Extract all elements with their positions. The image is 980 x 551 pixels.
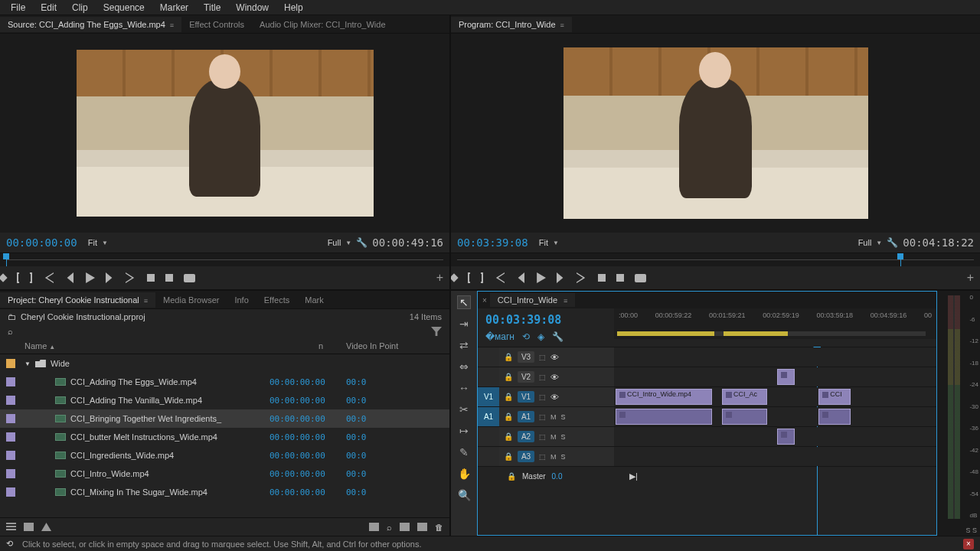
lane-a1[interactable] [614,407,936,426]
clip-row[interactable]: CCI_Adding The Eggs_Wide.mp400:00:00:000… [0,373,449,391]
mark-out-icon[interactable] [481,272,483,283]
timeline-clip[interactable] [722,409,767,425]
play-icon[interactable] [535,272,546,283]
mute-icon[interactable]: M [550,433,557,441]
search-icon[interactable]: ⌕ [8,327,13,336]
lock-icon[interactable]: 🔒 [504,452,513,461]
find-icon[interactable]: ⌕ [387,523,392,532]
lane-v1[interactable]: CCI_Intro_Wide.mp4 CCI_Ac CCI [614,387,936,406]
sync-lock-icon[interactable]: ⬚ [539,393,546,401]
lock-icon[interactable]: 🔒 [504,393,513,401]
razor-tool[interactable]: ✂ [457,403,471,416]
sync-lock-icon[interactable]: ⬚ [539,433,546,441]
export-frame-icon[interactable] [184,274,195,282]
tab-source[interactable]: Source: CCI_Adding The Eggs_Wide.mp4≡ [0,17,181,32]
label-chip[interactable] [6,414,15,423]
mute-icon[interactable]: M [550,453,557,461]
step-forward-icon[interactable] [557,272,566,283]
rolling-edit-tool[interactable]: ⇔ [457,360,471,373]
label-chip[interactable] [6,377,15,386]
overwrite-icon[interactable] [165,274,173,282]
freeform-view-icon[interactable] [41,523,51,531]
program-resolution[interactable]: Full [858,238,872,247]
zoom-tool[interactable]: 🔍 [457,488,471,502]
list-view-icon[interactable] [6,523,16,531]
new-bin-icon[interactable] [400,523,410,531]
column-headers[interactable]: Name▲ n Video In Point [0,338,449,354]
new-item-icon[interactable] [417,523,427,531]
tab-media-browser[interactable]: Media Browser [155,292,227,308]
button-editor-icon[interactable]: + [967,271,974,285]
pen-tool[interactable]: ✎ [457,445,471,459]
dropdown-icon[interactable]: ▼ [102,240,108,246]
timeline-clip[interactable]: CCI_Ac [722,389,767,405]
toggle-visibility-icon[interactable]: 👁 [550,353,559,362]
mark-out-icon[interactable] [30,272,32,283]
label-chip[interactable] [6,359,15,368]
sort-asc-icon[interactable]: ▲ [49,344,55,350]
rate-stretch-tool[interactable]: ↔ [457,381,471,395]
source-resolution[interactable]: Full [328,238,341,247]
menu-clip[interactable]: Clip [64,1,96,15]
lock-icon[interactable]: 🔒 [504,412,513,421]
ripple-edit-tool[interactable]: ⇄ [457,338,471,352]
clip-row[interactable]: CCI_butter Melt Instructions_Wide.mp400:… [0,428,449,446]
trash-icon[interactable]: 🗑 [435,523,443,532]
sync-lock-icon[interactable]: ⬚ [539,354,546,361]
go-to-end-icon[interactable]: ▶| [629,471,638,481]
solo-icon[interactable]: S [561,413,566,421]
program-monitor-viewport[interactable] [451,34,980,233]
lift-icon[interactable] [598,274,606,282]
timeline-clip[interactable] [818,409,851,425]
linked-selection-icon[interactable]: ⟲ [522,331,530,342]
add-marker-icon[interactable]: ◈ [537,331,544,342]
settings-icon[interactable]: 🔧 [887,237,898,248]
go-to-in-icon[interactable] [494,272,505,283]
tab-project[interactable]: Project: Cheryl Cookie Instructional≡ [0,292,155,308]
solo-icon[interactable]: S [561,433,566,441]
bin-row[interactable]: ▼Wide [0,354,449,373]
solo-icon[interactable]: S [561,453,566,461]
step-forward-icon[interactable] [106,272,115,283]
close-tab-icon[interactable]: × [482,296,487,305]
dropdown-icon[interactable]: ▼ [876,240,882,246]
dropdown-icon[interactable]: ▼ [553,240,559,246]
menu-sequence[interactable]: Sequence [96,1,152,15]
tab-effects[interactable]: Effects [256,292,297,308]
panel-menu-icon[interactable]: ≡ [560,21,564,29]
slip-tool[interactable]: ↦ [457,424,471,438]
lock-icon[interactable]: 🔒 [507,472,516,481]
timeline-clip[interactable] [777,369,795,385]
menu-title[interactable]: Title [196,1,228,15]
toggle-visibility-icon[interactable]: 👁 [550,393,559,402]
play-icon[interactable] [84,272,95,283]
menu-marker[interactable]: Marker [152,1,196,15]
add-marker-icon[interactable] [0,273,8,282]
dropdown-icon[interactable]: ▼ [345,240,351,246]
timeline-clip[interactable] [616,409,712,425]
tab-effect-controls[interactable]: Effect Controls [181,17,252,32]
clip-row[interactable]: CCI_Bringing Together Wet Ingredients_00… [0,409,449,428]
go-to-in-icon[interactable] [43,272,54,283]
menu-file[interactable]: File [3,1,33,15]
panel-menu-icon[interactable]: ≡ [144,297,148,305]
toggle-visibility-icon[interactable]: 👁 [550,373,559,382]
label-chip[interactable] [6,396,15,405]
icon-view-icon[interactable] [24,523,34,531]
insert-icon[interactable] [147,274,155,282]
source-scrubber[interactable] [0,253,449,266]
add-marker-icon[interactable] [451,273,459,282]
menu-help[interactable]: Help [276,1,311,15]
filter-icon[interactable] [431,327,442,336]
hand-tool[interactable]: ✋ [457,467,471,481]
go-to-out-icon[interactable] [126,272,136,283]
timeline-timecode[interactable]: 00:03:39:08 [485,313,606,327]
timeline-clip[interactable]: CCI [818,389,851,405]
label-chip[interactable] [6,432,15,442]
tab-audio-clip-mixer[interactable]: Audio Clip Mixer: CCI_Intro_Wide [252,17,393,32]
program-scrubber[interactable] [451,253,980,266]
menu-edit[interactable]: Edit [33,1,64,15]
tab-program[interactable]: Program: CCI_Intro_Wide≡ [451,17,572,32]
lock-icon[interactable]: 🔒 [504,432,513,441]
lane-v2[interactable] [614,367,936,386]
